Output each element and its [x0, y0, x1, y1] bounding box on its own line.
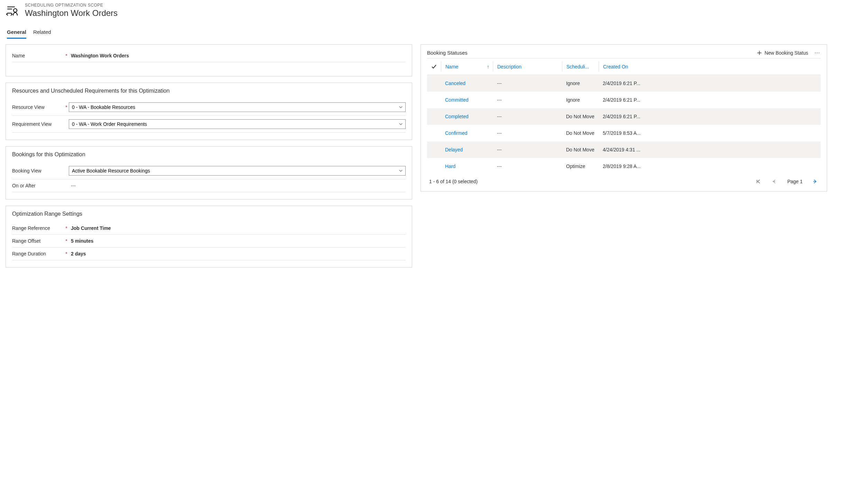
- range-card: Optimization Range Settings Range Refere…: [6, 206, 412, 268]
- check-icon: [431, 64, 437, 69]
- more-commands-button[interactable]: ⋯: [814, 49, 821, 56]
- row-created: 5/7/2019 8:53 A...: [599, 128, 821, 138]
- row-scheduling: Do Not Move: [562, 128, 599, 138]
- row-created: 2/4/2019 6:21 P...: [599, 112, 821, 122]
- booking-statuses-title: Booking Statuses: [427, 50, 468, 56]
- booking-statuses-card: Booking Statuses New Booking Status ⋯: [420, 44, 827, 192]
- row-scheduling: Do Not Move: [562, 112, 599, 122]
- page-title: Washington Work Orders: [25, 8, 118, 18]
- row-scheduling: Ignore: [562, 78, 599, 88]
- plus-icon: [757, 50, 762, 55]
- row-scheduling: Optimize: [562, 161, 599, 171]
- name-label: Name: [12, 53, 64, 58]
- sort-ascending-icon: ↑: [487, 64, 489, 69]
- bookings-title: Bookings for this Optimization: [12, 151, 406, 158]
- row-created: 4/24/2019 4:31 ...: [599, 145, 821, 155]
- row-name-link[interactable]: Hard: [445, 164, 455, 169]
- name-card: Name * Washington Work Orders: [6, 44, 412, 76]
- row-description: ---: [493, 78, 562, 88]
- resources-card: Resources and Unscheduled Requirements f…: [6, 83, 412, 140]
- requirement-view-label: Requirement View: [12, 121, 64, 127]
- row-description: ---: [493, 112, 562, 122]
- pager-next-button[interactable]: [812, 179, 819, 184]
- row-scheduling: Do Not Move: [562, 145, 599, 155]
- bookings-card: Bookings for this Optimization Booking V…: [6, 146, 412, 199]
- requirement-view-select[interactable]: [69, 119, 406, 129]
- on-or-after-label: On or After: [12, 183, 64, 188]
- new-booking-status-label: New Booking Status: [765, 50, 808, 56]
- range-offset-value[interactable]: 5 minutes: [69, 238, 406, 244]
- row-description: ---: [493, 95, 562, 105]
- range-offset-label: Range Offset: [12, 238, 64, 244]
- table-row[interactable]: Confirmed---Do Not Move5/7/2019 8:53 A..…: [427, 125, 821, 141]
- column-header-scheduling[interactable]: Scheduli...: [562, 62, 599, 71]
- row-created: 2/4/2019 6:21 P...: [599, 95, 821, 105]
- entity-icon: [6, 4, 19, 18]
- table-row[interactable]: Committed---Ignore2/4/2019 6:21 P...: [427, 92, 821, 108]
- resources-title: Resources and Unscheduled Requirements f…: [12, 88, 406, 94]
- tab-general[interactable]: General: [7, 26, 26, 39]
- required-indicator: *: [64, 53, 69, 58]
- row-description: ---: [493, 128, 562, 138]
- row-name-link[interactable]: Committed: [445, 97, 469, 103]
- required-indicator: *: [64, 238, 69, 244]
- required-indicator: *: [64, 251, 69, 256]
- booking-view-select[interactable]: [69, 166, 406, 176]
- grid-header-row: Name ↑ Description Scheduli... Created O…: [427, 58, 821, 75]
- row-scheduling: Ignore: [562, 95, 599, 105]
- tab-related[interactable]: Related: [33, 26, 51, 39]
- row-created: 2/4/2019 6:21 P...: [599, 78, 821, 88]
- new-booking-status-button[interactable]: New Booking Status: [757, 50, 808, 56]
- range-reference-value[interactable]: Job Current Time: [69, 225, 406, 231]
- booking-statuses-grid: Name ↑ Description Scheduli... Created O…: [427, 58, 821, 175]
- range-reference-label: Range Reference: [12, 225, 64, 231]
- column-header-created[interactable]: Created On: [599, 62, 821, 71]
- tab-list: General Related: [6, 26, 835, 39]
- range-title: Optimization Range Settings: [12, 211, 406, 217]
- column-header-description[interactable]: Description: [493, 62, 562, 71]
- row-name-link[interactable]: Completed: [445, 114, 469, 119]
- row-created: 2/8/2019 9:28 A...: [599, 161, 821, 171]
- row-description: ---: [493, 161, 562, 171]
- required-indicator: *: [64, 104, 69, 110]
- table-row[interactable]: Delayed---Do Not Move4/24/2019 4:31 ...: [427, 141, 821, 158]
- resource-view-select[interactable]: [69, 102, 406, 112]
- pager-page-label: Page 1: [787, 179, 803, 184]
- range-duration-value[interactable]: 2 days: [69, 251, 406, 256]
- range-duration-label: Range Duration: [12, 251, 64, 256]
- row-name-link[interactable]: Confirmed: [445, 130, 468, 136]
- name-value[interactable]: Washington Work Orders: [69, 53, 406, 58]
- grid-range-label: 1 - 6 of 14 (0 selected): [429, 179, 478, 184]
- svg-point-2: [13, 9, 17, 12]
- table-row[interactable]: Canceled---Ignore2/4/2019 6:21 P...: [427, 75, 821, 92]
- table-row[interactable]: Hard---Optimize2/8/2019 9:28 A...: [427, 158, 821, 175]
- pager-first-button[interactable]: [756, 179, 762, 184]
- required-indicator: *: [64, 225, 69, 231]
- select-all-checkbox[interactable]: [427, 64, 441, 69]
- pager: Page 1: [756, 179, 819, 184]
- row-description: ---: [493, 145, 562, 155]
- column-header-name[interactable]: Name ↑: [441, 62, 493, 71]
- page-header: SCHEDULING OPTIMIZATION SCOPE Washington…: [6, 3, 835, 18]
- grid-footer: 1 - 6 of 14 (0 selected) Page 1: [427, 179, 821, 184]
- resource-view-label: Resource View: [12, 104, 64, 110]
- row-name-link[interactable]: Canceled: [445, 81, 465, 86]
- breadcrumb: SCHEDULING OPTIMIZATION SCOPE: [25, 3, 118, 8]
- row-name-link[interactable]: Delayed: [445, 147, 463, 152]
- booking-view-label: Booking View: [12, 168, 64, 174]
- pager-prev-button[interactable]: [771, 179, 778, 184]
- on-or-after-value[interactable]: ---: [69, 183, 406, 188]
- table-row[interactable]: Completed---Do Not Move2/4/2019 6:21 P..…: [427, 108, 821, 125]
